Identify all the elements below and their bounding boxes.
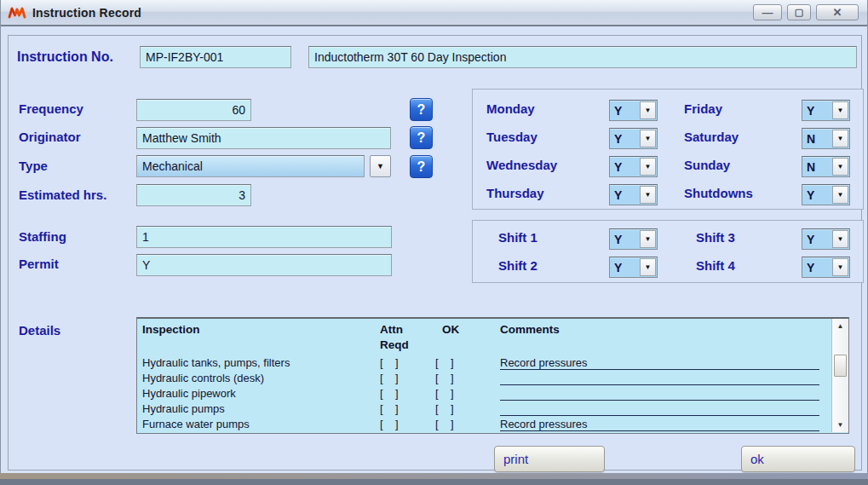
day-label-monday: Monday: [486, 101, 535, 116]
type-dropdown-button[interactable]: ▼: [370, 155, 391, 177]
inspection-item: Hydraulic controls (desk): [142, 372, 264, 384]
shift-3-select[interactable]: Y ▼: [802, 228, 850, 250]
chevron-down-icon[interactable]: ▼: [832, 130, 848, 147]
chevron-down-icon[interactable]: ▼: [832, 186, 848, 204]
day-select-monday[interactable]: Y ▼: [609, 100, 658, 121]
chevron-down-icon[interactable]: ▼: [640, 101, 656, 119]
permit-input[interactable]: Y: [136, 254, 392, 276]
shift-4-select[interactable]: Y ▼: [802, 257, 850, 278]
details-table[interactable]: Inspection Attn Reqd OK Comments Hydraul…: [136, 317, 849, 434]
comment-field[interactable]: Record pressures: [500, 356, 819, 370]
chevron-down-icon[interactable]: ▼: [640, 258, 656, 276]
instruction-no-label: Instruction No.: [17, 49, 113, 65]
attn-checkbox[interactable]: [ ]: [380, 402, 399, 415]
day-value: N: [802, 160, 832, 174]
shift-2-label: Shift 2: [498, 258, 537, 273]
frequency-help-button[interactable]: ?: [410, 98, 433, 121]
frequency-input[interactable]: 60: [136, 99, 251, 121]
shift-1-select[interactable]: Y ▼: [609, 228, 658, 250]
chevron-down-icon[interactable]: ▼: [832, 101, 848, 119]
shift-1-label: Shift 1: [498, 230, 537, 245]
day-value: N: [802, 132, 832, 146]
details-scrollbar[interactable]: ▲ ▼: [831, 319, 848, 432]
attn-checkbox[interactable]: [ ]: [380, 418, 399, 430]
instruction-no-input[interactable]: MP-IF2BY-001: [140, 46, 291, 68]
day-value: Y: [610, 104, 640, 118]
type-input[interactable]: Mechanical: [136, 155, 365, 177]
scroll-up-icon: ▲: [837, 322, 844, 330]
day-select-friday[interactable]: Y ▼: [802, 100, 850, 121]
ok-checkbox[interactable]: [ ]: [435, 402, 454, 415]
details-row: Hydraulic pumps [ ] [ ]: [137, 402, 831, 418]
estimated-hrs-input[interactable]: 3: [136, 184, 251, 206]
ok-checkbox[interactable]: [ ]: [435, 418, 454, 430]
comment-field[interactable]: [500, 372, 819, 385]
comment-field[interactable]: [500, 402, 819, 416]
help-icon: ?: [417, 159, 426, 175]
day-select-shutdowns[interactable]: Y ▼: [802, 184, 850, 205]
maximize-button[interactable]: ▢: [787, 4, 811, 20]
day-select-wednesday[interactable]: Y ▼: [609, 156, 658, 177]
ok-checkbox[interactable]: [ ]: [435, 372, 454, 384]
chevron-down-icon[interactable]: ▼: [640, 158, 656, 176]
scroll-up-button[interactable]: ▲: [832, 319, 848, 333]
day-label-saturday: Saturday: [684, 130, 739, 144]
day-value: Y: [802, 188, 832, 202]
ok-checkbox[interactable]: [ ]: [435, 387, 454, 400]
scroll-down-button[interactable]: ▼: [832, 418, 848, 432]
comment-field[interactable]: Record pressures: [500, 418, 819, 431]
maximize-icon: ▢: [795, 7, 803, 18]
chevron-down-icon[interactable]: ▼: [640, 130, 656, 147]
screen: Instruction Record — ▢ ✕ Instruction No.…: [0, 0, 868, 485]
comment-field[interactable]: [500, 387, 819, 401]
details-scroll-area: Inspection Attn Reqd OK Comments Hydraul…: [137, 319, 831, 433]
titlebar: Instruction Record — ▢ ✕: [1, 0, 867, 26]
ok-button[interactable]: ok: [741, 446, 855, 472]
chevron-down-icon[interactable]: ▼: [832, 158, 848, 176]
type-help-button[interactable]: ?: [410, 155, 433, 178]
inspection-item: Furnace water pumps: [142, 418, 250, 430]
col-header-inspection: Inspection: [142, 323, 200, 336]
day-select-saturday[interactable]: N ▼: [802, 128, 850, 149]
shift-4-label: Shift 4: [696, 258, 735, 273]
print-button[interactable]: print: [494, 446, 605, 472]
originator-input[interactable]: Matthew Smith: [136, 127, 391, 149]
window-controls: — ▢ ✕: [753, 4, 859, 20]
day-select-tuesday[interactable]: Y ▼: [609, 128, 658, 149]
chevron-down-icon[interactable]: ▼: [640, 230, 656, 248]
inspection-item: Hydraulic pumps: [142, 402, 225, 415]
originator-help-button[interactable]: ?: [410, 126, 433, 149]
originator-label: Originator: [19, 130, 81, 144]
instruction-record-window: Instruction Record — ▢ ✕ Instruction No.…: [0, 0, 868, 473]
day-value: Y: [610, 132, 640, 146]
days-groupbox: Monday Y ▼ Friday Y ▼ Tuesday Y ▼ Saturd…: [472, 89, 864, 210]
permit-label: Permit: [19, 257, 59, 271]
chevron-down-icon: ▼: [377, 162, 384, 170]
scroll-down-icon: ▼: [837, 421, 844, 429]
type-label: Type: [19, 159, 48, 173]
shift-2-select[interactable]: Y ▼: [609, 257, 658, 278]
col-header-reqd: Reqd: [380, 338, 409, 351]
shift-value: Y: [610, 233, 640, 246]
chevron-down-icon[interactable]: ▼: [640, 186, 656, 204]
ok-checkbox[interactable]: [ ]: [435, 356, 454, 369]
staffing-label: Staffing: [19, 229, 66, 244]
staffing-input[interactable]: 1: [136, 226, 392, 248]
minimize-button[interactable]: —: [753, 4, 782, 20]
close-button[interactable]: ✕: [816, 4, 859, 20]
day-label-thursday: Thursday: [486, 186, 544, 200]
chevron-down-icon[interactable]: ▼: [832, 258, 848, 276]
day-select-sunday[interactable]: N ▼: [802, 156, 850, 177]
scrollbar-thumb[interactable]: [834, 355, 847, 377]
chevron-down-icon[interactable]: ▼: [832, 230, 848, 248]
help-icon: ?: [417, 130, 426, 146]
attn-checkbox[interactable]: [ ]: [380, 387, 399, 400]
details-label: Details: [19, 323, 60, 338]
desktop-strip: [0, 479, 868, 485]
day-label-shutdowns: Shutdowns: [684, 186, 753, 200]
frequency-label: Frequency: [19, 101, 83, 116]
attn-checkbox[interactable]: [ ]: [380, 372, 399, 384]
attn-checkbox[interactable]: [ ]: [380, 356, 399, 369]
day-select-thursday[interactable]: Y ▼: [609, 184, 658, 205]
instruction-description-input[interactable]: Inductotherm 30T 60 Day Inspection: [308, 46, 857, 68]
